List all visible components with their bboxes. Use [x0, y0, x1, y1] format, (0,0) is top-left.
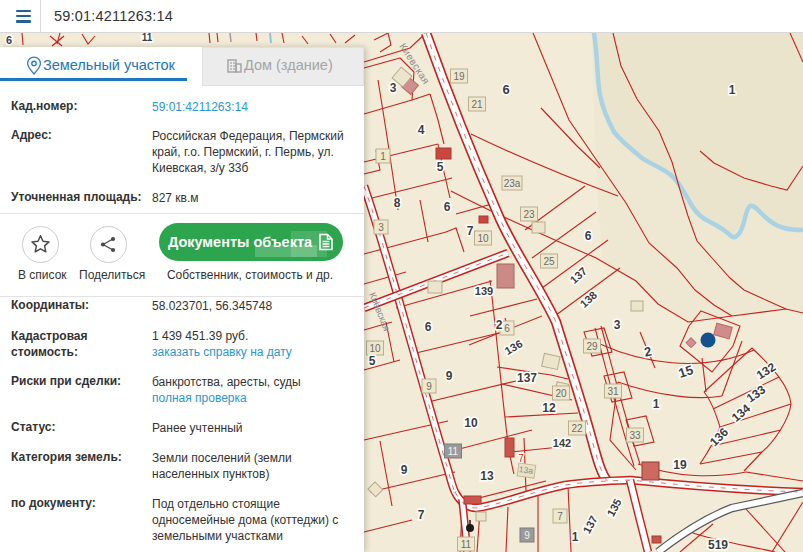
- svg-text:8: 8: [394, 196, 401, 210]
- svg-text:6: 6: [425, 320, 432, 334]
- svg-text:33: 33: [629, 430, 641, 441]
- svg-text:12: 12: [542, 401, 556, 415]
- svg-text:6: 6: [504, 323, 510, 334]
- svg-text:7: 7: [467, 224, 474, 238]
- svg-text:142: 142: [553, 437, 571, 449]
- svg-text:9: 9: [446, 369, 453, 383]
- svg-text:11: 11: [461, 539, 472, 550]
- svg-text:519: 519: [708, 538, 728, 552]
- svg-text:11: 11: [448, 446, 459, 457]
- svg-text:9: 9: [401, 463, 408, 477]
- svg-text:1: 1: [380, 151, 386, 162]
- svg-text:22: 22: [571, 423, 583, 434]
- svg-text:10: 10: [369, 343, 381, 354]
- svg-text:6: 6: [6, 34, 12, 46]
- svg-text:3: 3: [614, 318, 621, 332]
- svg-text:29: 29: [586, 341, 598, 352]
- svg-text:13а: 13а: [518, 464, 534, 476]
- svg-text:13: 13: [480, 469, 494, 483]
- svg-text:3: 3: [390, 81, 397, 95]
- svg-text:3: 3: [378, 222, 384, 233]
- svg-text:6: 6: [502, 82, 509, 97]
- svg-text:10: 10: [464, 416, 478, 430]
- svg-text:7: 7: [418, 508, 425, 522]
- svg-text:10: 10: [477, 233, 489, 244]
- svg-text:23: 23: [523, 209, 535, 220]
- svg-text:25: 25: [543, 256, 555, 267]
- svg-text:23a: 23a: [504, 178, 521, 189]
- svg-text:137: 137: [517, 371, 537, 385]
- svg-text:1: 1: [572, 530, 579, 544]
- svg-text:2: 2: [496, 318, 503, 332]
- svg-text:19: 19: [453, 71, 465, 82]
- svg-text:21: 21: [471, 99, 483, 110]
- svg-text:5: 5: [437, 160, 444, 174]
- svg-text:9: 9: [426, 381, 432, 392]
- svg-text:4: 4: [418, 123, 425, 137]
- svg-text:19: 19: [673, 458, 687, 472]
- svg-text:7: 7: [518, 453, 524, 464]
- svg-text:6: 6: [585, 229, 592, 243]
- svg-text:1: 1: [653, 397, 660, 411]
- svg-text:139: 139: [475, 285, 493, 297]
- svg-text:9: 9: [524, 530, 530, 541]
- svg-text:7: 7: [557, 511, 563, 522]
- svg-text:5: 5: [369, 354, 376, 368]
- svg-text:31: 31: [607, 386, 619, 397]
- svg-text:1: 1: [729, 83, 736, 97]
- svg-text:6: 6: [444, 200, 451, 214]
- svg-text:20: 20: [555, 388, 567, 399]
- svg-text:11: 11: [142, 32, 153, 43]
